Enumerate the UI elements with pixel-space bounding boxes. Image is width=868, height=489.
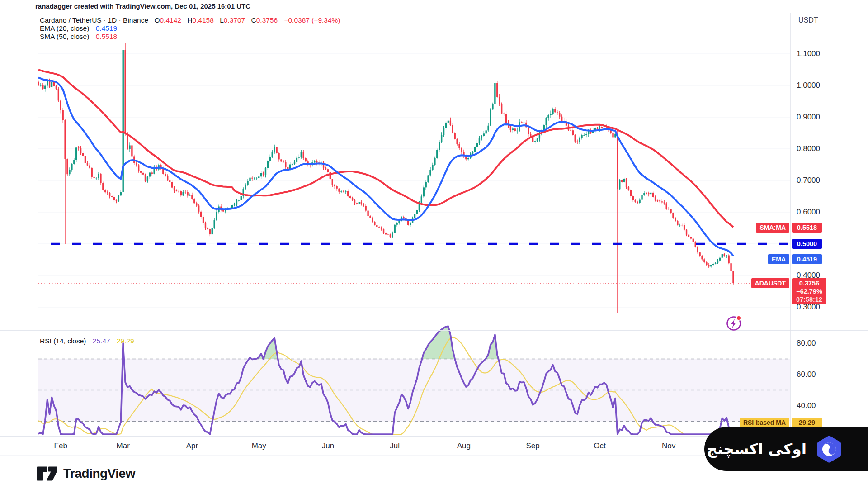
watermark: ranadagger created with TradingView.com,… xyxy=(35,2,250,10)
rsi-ma-badge-value: 29.29 xyxy=(792,418,822,427)
ema-legend: EMA (20, close) 0.4519 xyxy=(40,24,117,33)
month-tick-label: Sep xyxy=(519,442,547,451)
lightning-bolt-icon xyxy=(731,319,736,328)
month-tick-label: Apr xyxy=(179,442,206,451)
change-value: −0.0387 (−9.34%) xyxy=(284,16,340,24)
low-value: 0.3707 xyxy=(224,16,245,24)
ema-badge-label: EMA xyxy=(768,254,789,264)
close-key: C xyxy=(251,16,256,24)
rsi-legend-value: 25.47 xyxy=(93,337,110,345)
price-tick-label: 0.7000 xyxy=(797,176,831,185)
chart-canvas[interactable] xyxy=(0,0,868,489)
high-key: H xyxy=(187,16,192,24)
symbol-title: Cardano / TetherUS · 1D · Binance xyxy=(40,16,148,24)
candlestick-series xyxy=(38,25,734,313)
rsi-legend: RSI (14, close) 25.47 29.29 xyxy=(40,337,134,345)
exchange-brand-banner[interactable]: اوکی اکسچنج xyxy=(704,427,868,471)
high-value: 0.4158 xyxy=(192,16,213,24)
sma-line xyxy=(38,70,733,228)
month-tick-label: Aug xyxy=(450,442,477,451)
open-value: 0.4142 xyxy=(160,16,181,24)
price-tick-label: 1.1000 xyxy=(797,49,831,58)
month-tick-label: Oct xyxy=(586,442,613,451)
drawdown-percent: −62.79% xyxy=(792,287,826,295)
ema-legend-label: EMA (20, close) xyxy=(40,24,89,32)
exchange-name: اوکی اکسچنج xyxy=(707,440,807,458)
price-gridlines xyxy=(38,54,790,307)
bar-countdown: 07:58:12 xyxy=(792,295,826,304)
open-key: O xyxy=(154,16,160,24)
price-tick-label: 0.6000 xyxy=(797,208,831,217)
sma-legend-label: SMA (50, close) xyxy=(40,33,89,40)
tradingview-chart-page: ranadagger created with TradingView.com,… xyxy=(0,0,868,489)
rsi-tick-label: 60.00 xyxy=(797,370,831,379)
price-tick-label: 1.0000 xyxy=(797,81,831,90)
ema-legend-value: 0.4519 xyxy=(96,24,117,32)
month-tick-label: May xyxy=(245,442,273,451)
close-value: 0.3756 xyxy=(256,16,278,24)
month-tick-label: Nov xyxy=(655,442,682,451)
price-tick-label: 0.8000 xyxy=(797,144,831,153)
tradingview-icon xyxy=(36,464,58,483)
axis-currency-label: USDT xyxy=(798,16,818,24)
symbol-badge-label: ADAUSDT xyxy=(751,278,789,288)
ema-line xyxy=(38,78,733,256)
rsi-ma-legend-value: 29.29 xyxy=(117,337,134,345)
support-badge-value: 0.5000 xyxy=(792,239,822,249)
rsi-legend-label: RSI (14, close) xyxy=(40,337,86,345)
price-tick-label: 0.9000 xyxy=(797,113,831,122)
sma-legend-value: 0.5518 xyxy=(96,33,117,40)
rsi-tick-label: 40.00 xyxy=(797,401,831,410)
sma-badge-label: SMA:MA xyxy=(756,223,789,233)
rsi-ma-badge-label: RSI-based MA xyxy=(740,418,789,427)
month-tick-label: Jul xyxy=(381,442,408,451)
tradingview-wordmark: TradingView xyxy=(63,466,135,481)
low-key: L xyxy=(220,16,224,24)
symbol-legend: Cardano / TetherUS · 1D · Binance O0.414… xyxy=(40,16,340,24)
symbol-badge-values: 0.3756 −62.79% 07:58:12 xyxy=(792,278,826,304)
month-tick-label: Mar xyxy=(109,442,137,451)
ema-badge-value: 0.4519 xyxy=(792,254,822,264)
sma-badge-value: 0.5518 xyxy=(792,223,822,233)
notification-dot xyxy=(736,316,741,320)
rsi-tick-label: 80.00 xyxy=(797,339,831,348)
month-tick-label: Jun xyxy=(314,442,341,451)
last-price-value: 0.3756 xyxy=(792,279,826,287)
sma-legend: SMA (50, close) 0.5518 xyxy=(40,33,117,41)
exchange-logo-icon xyxy=(815,435,844,464)
tradingview-logo[interactable]: TradingView xyxy=(36,464,135,483)
month-tick-label: Feb xyxy=(47,442,74,451)
quick-trade-button[interactable] xyxy=(725,314,744,334)
